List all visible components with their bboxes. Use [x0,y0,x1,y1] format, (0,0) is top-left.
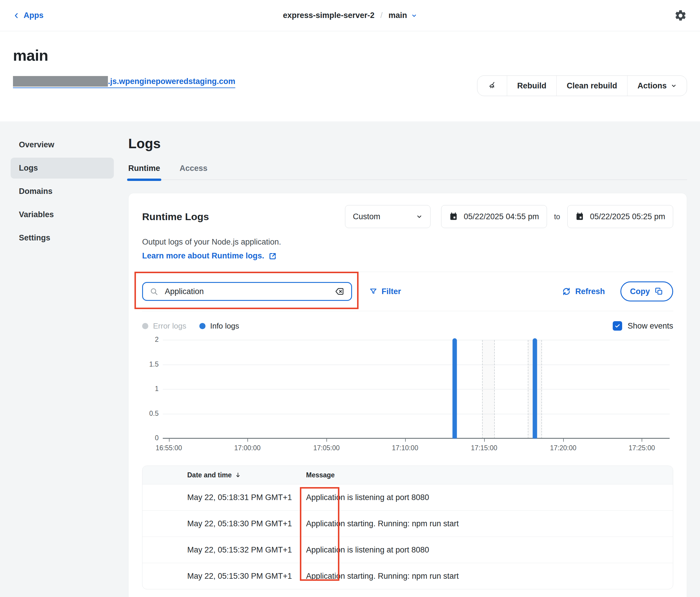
content-area: Overview Logs Domains Variables Settings… [0,122,700,597]
page-header: main .js.wpenginepoweredstaging.com Rebu… [0,31,700,122]
logs-section-title: Logs [128,135,687,152]
y-axis-tick-label: 1.5 [142,360,159,368]
table-row[interactable]: May 22, 05:18:31 PM GMT+1 Application is… [143,484,673,510]
info-logs-dot-icon [199,323,205,329]
x-axis-tickmark [405,439,406,442]
log-message: Application starting. Running: npm run s… [306,572,673,581]
sidebar-item-variables[interactable]: Variables [10,204,114,225]
sidebar-item-logs[interactable]: Logs [10,158,114,179]
x-axis-tick-label: 16:55:00 [156,444,182,452]
x-axis-tick-label: 17:05:00 [313,444,340,452]
legend-info-logs[interactable]: Info logs [199,321,239,331]
clear-search-icon[interactable] [335,286,345,296]
column-header-message[interactable]: Message [306,471,673,479]
time-range-controls: Custom 05/22/2025 04:55 pm to [345,205,673,228]
date-to-input[interactable]: 05/22/2025 05:25 pm [567,205,673,228]
main-column: Logs Runtime Access Runtime Logs Custom [128,134,687,597]
panel-title: Runtime Logs [142,211,209,223]
y-axis-tick-label: 0 [142,434,159,442]
back-to-apps-link[interactable]: Apps [13,11,44,20]
x-axis-line [163,438,670,439]
sidebar-item-overview[interactable]: Overview [10,134,114,155]
gridline [163,389,670,390]
gridline [163,340,670,340]
runtime-logs-panel: Runtime Logs Custom 05/22/2025 04:55 pm [128,193,687,597]
y-axis-tick-label: 1 [142,385,159,393]
clean-rebuild-button[interactable]: Clean rebuild [557,76,627,96]
refresh-icon [562,287,571,296]
rebuild-button[interactable]: Rebuild [507,76,556,96]
x-axis-tick-label: 17:15:00 [471,444,497,452]
x-axis-tick-label: 17:25:00 [629,444,655,452]
filter-label: Filter [381,287,401,296]
y-axis-tick-label: 2 [142,336,159,344]
gridline [163,414,670,414]
page-title: main [13,47,235,64]
search-input-value: Application [165,287,335,296]
x-axis-tickmark [642,439,642,442]
checkbox-checked-icon[interactable] [613,321,622,331]
x-axis-tick-label: 17:20:00 [550,444,576,452]
log-datetime: May 22, 05:18:31 PM GMT+1 [143,493,306,502]
legend-error-logs[interactable]: Error logs [142,321,186,331]
date-from-value: 05/22/2025 04:55 pm [464,212,539,221]
url-visible-text: .js.wpenginepoweredstaging.com [108,76,235,87]
table-row[interactable]: May 22, 05:18:30 PM GMT+1 Application st… [143,510,673,537]
breadcrumb: express-simple-server-2 / main [283,11,417,20]
x-axis-tick-label: 17:10:00 [392,444,418,452]
external-link-icon [268,252,277,260]
column-header-datetime[interactable]: Date and time [143,471,306,479]
x-axis-tick-label: 17:00:00 [234,444,261,452]
log-message: Application is listening at port 8080 [306,493,673,502]
date-to-value: 05/22/2025 05:25 pm [590,212,665,221]
chevron-down-icon [416,213,423,220]
breadcrumb-separator: / [380,11,383,20]
sort-descending-icon[interactable] [235,472,241,478]
search-icon [150,287,158,296]
table-row[interactable]: May 22, 05:15:32 PM GMT+1 Application is… [143,537,673,563]
purge-cache-button[interactable] [477,76,507,96]
sidebar-item-domains[interactable]: Domains [10,181,114,202]
show-events-checkbox[interactable]: Show events [613,321,673,331]
refresh-label: Refresh [575,287,605,296]
logs-toolbar: Application Filter [142,272,673,311]
calendar-icon [449,212,458,221]
breadcrumb-environment[interactable]: main [389,11,407,20]
x-axis-tickmark [169,439,170,442]
table-row[interactable]: May 22, 05:15:30 PM GMT+1 Application st… [143,563,673,589]
chevron-down-icon[interactable] [411,13,417,19]
chevron-left-icon [13,12,20,19]
tab-runtime[interactable]: Runtime [128,164,160,179]
learn-more-label: Learn more about Runtime logs. [142,251,264,260]
chevron-down-icon [671,83,677,89]
error-logs-dot-icon [142,323,148,329]
range-select[interactable]: Custom [345,205,430,228]
date-from-input[interactable]: 05/22/2025 04:55 pm [441,205,547,228]
show-events-label: Show events [627,321,673,331]
redacted-url-segment [13,76,108,87]
environment-url-link[interactable]: .js.wpenginepoweredstaging.com [13,76,235,88]
logs-table-header: Date and time Message [143,466,673,484]
funnel-icon [369,287,377,295]
panel-description: Output logs of your Node.js application. [142,237,673,246]
log-count-bar [453,338,457,439]
refresh-button[interactable]: Refresh [562,287,605,296]
filter-button[interactable]: Filter [369,287,401,296]
x-axis-tickmark [247,439,248,442]
actions-menu-button[interactable]: Actions [627,76,687,96]
date-range-to-label: to [554,212,560,221]
actions-label: Actions [638,81,667,90]
x-axis-tickmark [563,439,564,442]
tab-access[interactable]: Access [180,164,207,179]
legend-info-label: Info logs [210,321,239,331]
settings-gear-icon[interactable] [674,9,687,22]
sidebar-item-settings[interactable]: Settings [10,228,114,249]
event-band [482,340,495,439]
search-input[interactable]: Application [142,282,352,301]
copy-icon [655,287,664,296]
search-wrap: Application [142,282,352,301]
y-axis-tick-label: 0.5 [142,410,159,418]
copy-button[interactable]: Copy [620,281,673,302]
log-datetime: May 22, 05:15:32 PM GMT+1 [143,545,306,554]
learn-more-link[interactable]: Learn more about Runtime logs. [142,251,277,260]
